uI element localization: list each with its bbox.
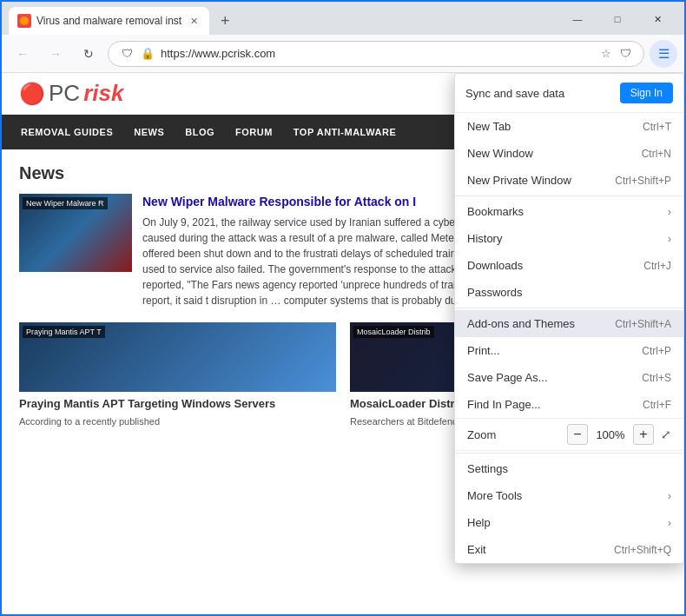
menu-item-label: More Tools <box>467 489 668 502</box>
menu-bottom-items: SettingsMore Tools›Help›ExitCtrl+Shift+Q <box>455 453 683 563</box>
address-input[interactable]: 🛡 🔒 https://www.pcrisk.com ☆ 🛡 <box>108 41 644 67</box>
menu-item-label: New Window <box>467 147 635 160</box>
active-tab[interactable]: Virus and malware removal inst ✕ <box>9 7 209 35</box>
menu-item-find-in-page[interactable]: Find In Page...Ctrl+F <box>455 391 683 418</box>
page-area: 🔴 PCrisk REMOVAL GUIDES NEWS BLOG FORUM … <box>2 73 684 614</box>
tab-title: Virus and malware removal inst <box>36 15 181 27</box>
zoom-controls: − 100% + ⤢ <box>567 424 671 445</box>
menu-divider <box>455 308 683 308</box>
menu-item-shortcut: Ctrl+T <box>643 121 671 133</box>
menu-item-add-ons-and-themes[interactable]: Add-ons and ThemesCtrl+Shift+A <box>455 310 683 337</box>
sign-in-button[interactable]: Sign In <box>620 83 673 103</box>
nav-removal-guides[interactable]: REMOVAL GUIDES <box>10 115 123 149</box>
menu-bottom-item-help[interactable]: Help› <box>455 509 683 536</box>
menu-item-label: Bookmarks <box>467 205 668 218</box>
sync-label: Sync and save data <box>465 87 564 100</box>
menu-item-passwords[interactable]: Passwords <box>455 279 683 306</box>
new-tab-button[interactable]: + <box>213 9 237 33</box>
zoom-increase-button[interactable]: + <box>633 424 654 445</box>
nav-news[interactable]: NEWS <box>123 115 175 149</box>
zoom-label: Zoom <box>467 428 567 441</box>
reload-button[interactable]: ↻ <box>75 40 102 68</box>
menu-item-label: New Private Window <box>467 174 608 187</box>
menu-item-shortcut: Ctrl+Shift+Q <box>614 544 671 556</box>
menu-item-arrow-icon: › <box>668 490 671 502</box>
menu-bottom-item-settings[interactable]: Settings <box>455 455 683 482</box>
shield-icon: 🛡 <box>119 46 135 62</box>
card1-title[interactable]: Praying Mantis APT Targeting Windows Ser… <box>19 397 336 412</box>
zoom-control: Zoom − 100% + ⤢ <box>455 418 683 451</box>
browser-frame: Virus and malware removal inst ✕ + — □ ✕… <box>0 0 686 616</box>
menu-item-label: Downloads <box>467 259 637 272</box>
card1-image-label: Praying Mantis APT T <box>23 326 105 338</box>
menu-item-label: Save Page As... <box>467 371 635 384</box>
card2-image-label: MosaicLoader Distrib <box>353 326 434 338</box>
menu-item-label: History <box>467 232 668 245</box>
menu-item-shortcut: Ctrl+J <box>643 260 671 272</box>
menu-bottom-item-more-tools[interactable]: More Tools› <box>455 482 683 509</box>
firefox-menu: Sync and save data Sign In New TabCtrl+T… <box>454 73 684 564</box>
menu-item-shortcut: Ctrl+Shift+P <box>615 175 671 187</box>
wallet-icon[interactable]: 🛡 <box>617 46 633 62</box>
forward-button[interactable]: → <box>42 40 69 68</box>
menu-item-shortcut: Ctrl+Shift+A <box>615 318 671 330</box>
menu-item-downloads[interactable]: DownloadsCtrl+J <box>455 252 683 279</box>
menu-button[interactable]: ☰ <box>650 40 677 68</box>
url-text: https://www.pcrisk.com <box>161 47 593 60</box>
menu-item-bookmarks[interactable]: Bookmarks› <box>455 198 683 225</box>
nav-top-antimalware[interactable]: TOP ANTI-MALWARE <box>283 115 406 149</box>
menu-item-label: Passwords <box>467 286 671 299</box>
menu-items: New TabCtrl+TNew WindowCtrl+NNew Private… <box>455 113 683 418</box>
tab-bar: Virus and malware removal inst ✕ + — □ ✕ <box>2 2 684 35</box>
back-button[interactable]: ← <box>9 40 36 68</box>
window-controls: — □ ✕ <box>557 7 677 31</box>
menu-item-shortcut: Ctrl+F <box>643 399 671 411</box>
zoom-value: 100% <box>595 428 626 441</box>
menu-item-arrow-icon: › <box>668 233 671 245</box>
bookmark-icon[interactable]: ☆ <box>598 46 614 62</box>
menu-item-new-private-window[interactable]: New Private WindowCtrl+Shift+P <box>455 167 683 194</box>
lock-icon: 🔒 <box>140 46 155 62</box>
menu-item-arrow-icon: › <box>668 517 671 529</box>
nav-blog[interactable]: BLOG <box>175 115 225 149</box>
menu-item-label: New Tab <box>467 120 636 133</box>
menu-sync-section: Sync and save data Sign In <box>455 74 683 113</box>
toolbar-right: ☰ <box>650 40 677 68</box>
menu-item-save-page-as[interactable]: Save Page As...Ctrl+S <box>455 364 683 391</box>
menu-divider <box>455 453 683 454</box>
menu-item-print[interactable]: Print...Ctrl+P <box>455 337 683 364</box>
main-article-image-label: New Wiper Malware R <box>23 197 108 209</box>
menu-item-label: Exit <box>467 543 607 556</box>
close-button[interactable]: ✕ <box>637 7 677 31</box>
menu-item-shortcut: Ctrl+S <box>642 372 671 384</box>
zoom-decrease-button[interactable]: − <box>567 424 588 445</box>
menu-item-history[interactable]: History› <box>455 225 683 252</box>
menu-item-label: Help <box>467 516 668 529</box>
maximize-button[interactable]: □ <box>597 7 637 31</box>
address-icons: ☆ 🛡 <box>598 46 633 62</box>
menu-divider <box>455 195 683 196</box>
menu-item-new-tab[interactable]: New TabCtrl+T <box>455 113 683 140</box>
article-card-1: Praying Mantis APT T Praying Mantis APT … <box>19 322 336 428</box>
minimize-button[interactable]: — <box>557 7 597 31</box>
menu-item-shortcut: Ctrl+N <box>642 148 671 160</box>
menu-item-new-window[interactable]: New WindowCtrl+N <box>455 140 683 167</box>
menu-item-label: Add-ons and Themes <box>467 317 608 330</box>
menu-item-label: Settings <box>467 462 671 475</box>
nav-forum[interactable]: FORUM <box>225 115 283 149</box>
card1-image: Praying Mantis APT T <box>19 322 336 392</box>
menu-item-label: Find In Page... <box>467 398 636 411</box>
card1-desc: According to a recently published <box>19 415 336 428</box>
main-article-image: New Wiper Malware R <box>19 194 132 272</box>
tab-favicon <box>17 14 31 28</box>
menu-item-label: Print... <box>467 344 635 357</box>
menu-bottom-item-exit[interactable]: ExitCtrl+Shift+Q <box>455 536 683 563</box>
zoom-expand-icon[interactable]: ⤢ <box>661 427 671 441</box>
menu-item-arrow-icon: › <box>668 206 671 218</box>
address-bar: ← → ↻ 🛡 🔒 https://www.pcrisk.com ☆ 🛡 ☰ <box>2 35 684 73</box>
menu-item-shortcut: Ctrl+P <box>642 345 671 357</box>
tab-close-button[interactable]: ✕ <box>187 14 201 28</box>
